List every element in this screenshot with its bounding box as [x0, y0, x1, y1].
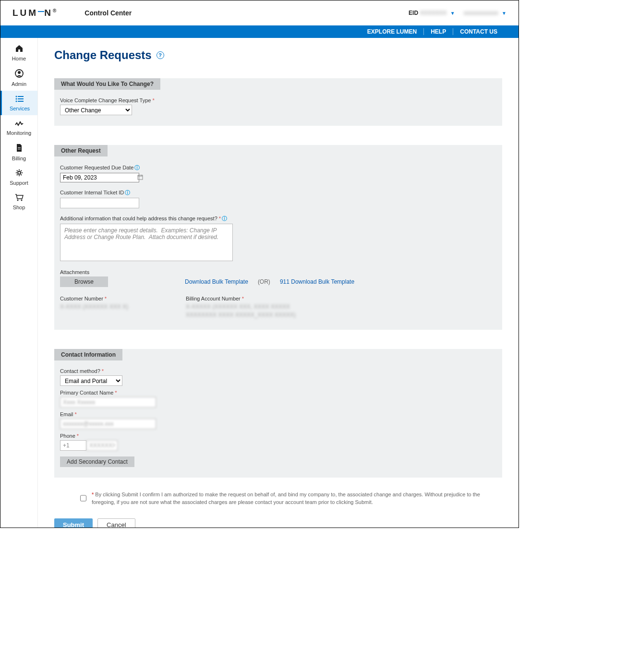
sidebar-item-label: Home: [0, 56, 37, 61]
phone-label: Phone*: [60, 433, 496, 439]
activity-icon: [0, 119, 37, 129]
page-title-text: Change Requests: [54, 48, 152, 62]
svg-point-1: [18, 71, 21, 74]
or-text: (OR): [258, 278, 270, 285]
attachments-label: Attachments: [60, 269, 496, 275]
change-type-label: Voice Complete Change Request Type*: [60, 97, 496, 103]
panel-change-type: What Would You Like To Change? Voice Com…: [54, 78, 502, 126]
home-icon: [0, 45, 37, 55]
contact-method-label: Contact method?*: [60, 368, 496, 374]
panel-title: Contact Information: [54, 349, 122, 360]
svg-rect-7: [18, 101, 24, 102]
document-icon: [0, 144, 37, 155]
svg-point-11: [17, 200, 18, 201]
cart-icon: [0, 193, 37, 204]
phone-number-input[interactable]: [86, 440, 118, 451]
user-icon: [0, 69, 37, 80]
phone-prefix-input[interactable]: [60, 440, 86, 451]
ban-value: X-XXXXX (XXXXXX XXX, XXXX XXXXX XXXXXXXX…: [186, 303, 320, 319]
chevron-down-icon: ▼: [450, 11, 455, 16]
user-value: xxxxxxxxxxxx: [464, 10, 498, 16]
confirm-checkbox[interactable]: [80, 492, 86, 505]
svg-rect-9: [18, 149, 21, 149]
sidebar-item-label: Services: [2, 106, 37, 111]
disclaimer-text: By clicking Submit I confirm I am author…: [92, 492, 480, 505]
ticket-id-input[interactable]: [60, 198, 139, 208]
panel-title: What Would You Like To Change?: [54, 78, 160, 90]
sidebar: Home Admin Services Monitoring Billing: [0, 38, 38, 528]
main-content: Change Requests ? What Would You Like To…: [38, 38, 518, 528]
sidebar-item-label: Billing: [0, 156, 37, 161]
svg-rect-8: [18, 147, 21, 148]
info-icon[interactable]: ⓘ: [222, 215, 227, 222]
sidebar-item-monitoring[interactable]: Monitoring: [0, 115, 37, 140]
app-title: Control Center: [84, 9, 132, 17]
info-icon[interactable]: ⓘ: [125, 189, 130, 196]
action-row: Submit Cancel: [54, 518, 502, 528]
calendar-icon[interactable]: [137, 174, 143, 181]
email-input[interactable]: [60, 419, 156, 429]
top-nav-bar: EXPLORE LUMEN HELP CONTACT US: [0, 25, 518, 38]
eid-value: XXXXXXX: [420, 10, 446, 16]
svg-point-6: [16, 101, 17, 102]
addl-info-label: Additional information that could help a…: [60, 215, 496, 222]
sidebar-item-label: Monitoring: [0, 130, 37, 136]
required-marker: *: [92, 492, 94, 497]
download-bulk-template-link[interactable]: Download Bulk Template: [185, 278, 248, 285]
help-icon[interactable]: ?: [157, 51, 164, 59]
svg-rect-5: [18, 98, 24, 99]
info-icon[interactable]: ⓘ: [134, 164, 140, 171]
customer-number-label: Customer Number*: [60, 296, 128, 301]
chevron-down-icon: ▼: [502, 11, 506, 16]
eid-label: EID: [409, 10, 418, 16]
addl-info-textarea[interactable]: [60, 224, 233, 261]
gear-icon: [0, 169, 37, 179]
browse-button[interactable]: Browse: [60, 276, 108, 287]
ticket-id-label: Customer Internal Ticket IDⓘ: [60, 189, 496, 196]
submit-button[interactable]: Submit: [54, 518, 93, 528]
sidebar-item-label: Support: [0, 180, 37, 186]
svg-point-4: [16, 98, 17, 100]
page-title: Change Requests ?: [54, 48, 502, 62]
ban-label: Billing Account Number*: [186, 296, 320, 301]
svg-point-2: [16, 96, 17, 97]
sidebar-item-services[interactable]: Services: [0, 91, 37, 115]
svg-rect-13: [138, 175, 143, 180]
contact-method-select[interactable]: Email and Portal: [60, 375, 122, 386]
list-icon: [2, 95, 37, 105]
customer-number-value: X-XXXX (XXXXXX XXX X): [60, 303, 128, 311]
email-label: Email*: [60, 411, 496, 417]
nav-contact-link[interactable]: CONTACT US: [453, 28, 504, 35]
add-secondary-contact-button[interactable]: Add Secondary Contact: [60, 456, 134, 467]
logo: LUMN®: [12, 8, 58, 18]
disclaimer-row: * By clicking Submit I confirm I am auth…: [54, 491, 502, 506]
due-date-field[interactable]: [60, 173, 137, 182]
download-911-template-link[interactable]: 911 Download Bulk Template: [280, 278, 354, 285]
user-dropdown[interactable]: xxxxxxxxxxxx ▼: [464, 10, 506, 16]
change-type-select[interactable]: Other Change: [60, 105, 132, 115]
panel-other-request: Other Request Customer Requested Due Dat…: [54, 145, 502, 330]
nav-help-link[interactable]: HELP: [423, 28, 453, 35]
sidebar-item-home[interactable]: Home: [0, 41, 37, 65]
svg-point-10: [18, 171, 21, 174]
cancel-button[interactable]: Cancel: [97, 518, 135, 528]
sidebar-item-shop[interactable]: Shop: [0, 190, 37, 214]
sidebar-item-billing[interactable]: Billing: [0, 140, 37, 165]
primary-contact-label: Primary Contact Name*: [60, 390, 496, 396]
sidebar-item-label: Shop: [0, 204, 37, 210]
due-date-label: Customer Requested Due Dateⓘ: [60, 164, 496, 171]
primary-contact-input[interactable]: [60, 397, 156, 408]
nav-explore-link[interactable]: EXPLORE LUMEN: [361, 28, 423, 35]
sidebar-item-support[interactable]: Support: [0, 165, 37, 190]
sidebar-item-label: Admin: [0, 81, 37, 87]
panel-title: Other Request: [54, 145, 108, 156]
svg-rect-3: [18, 96, 24, 97]
svg-point-12: [21, 200, 22, 201]
eid-dropdown[interactable]: EID XXXXXXX ▼: [409, 10, 455, 16]
due-date-input[interactable]: [60, 173, 139, 182]
sidebar-item-admin[interactable]: Admin: [0, 65, 37, 91]
app-header: LUMN® Control Center EID XXXXXXX ▼ xxxxx…: [0, 0, 518, 25]
panel-contact-information: Contact Information Contact method?* Ema…: [54, 349, 502, 478]
